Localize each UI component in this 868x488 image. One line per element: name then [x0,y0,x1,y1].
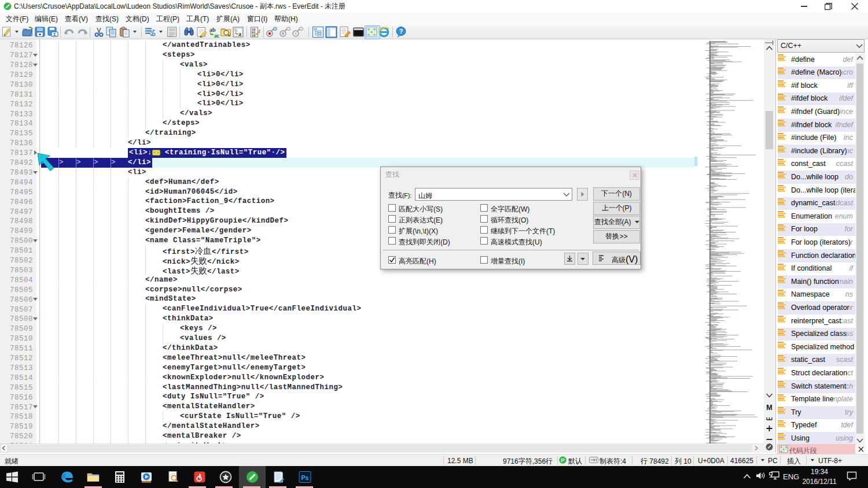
svg-text:a: a [238,31,241,37]
svg-text:10: 10 [252,34,256,38]
svg-text:?: ? [399,28,403,35]
svg-text:ac: ac [214,32,220,39]
svg-text:Ps: Ps [301,474,309,481]
svg-text:P: P [561,457,565,463]
svg-text:M: M [766,404,772,412]
svg-text:Σ: Σ [53,32,56,37]
